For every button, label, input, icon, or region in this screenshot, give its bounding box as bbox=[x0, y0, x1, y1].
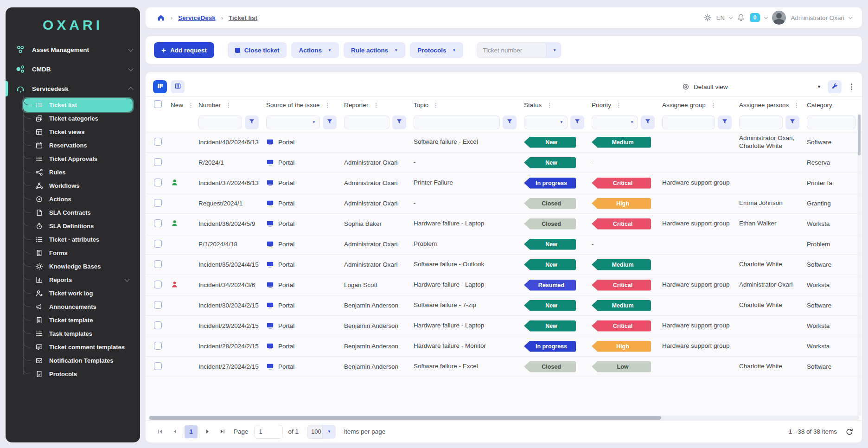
sidebar-item-ticket-comment-templates[interactable]: Ticket comment templates bbox=[23, 340, 135, 354]
column-menu-icon[interactable]: ⋮ bbox=[710, 102, 716, 109]
filter-funnel-button[interactable] bbox=[785, 115, 799, 129]
next-page-button[interactable] bbox=[201, 426, 213, 438]
ticket-number-cell[interactable]: Incident/27/2024/2/15 bbox=[195, 361, 262, 372]
filter-select-priority[interactable]: ▼ bbox=[592, 115, 638, 129]
row-checkbox[interactable] bbox=[154, 138, 162, 146]
column-header-reporter[interactable]: Reporter bbox=[344, 102, 369, 109]
chevron-up-icon[interactable] bbox=[128, 87, 133, 92]
row-checkbox[interactable] bbox=[154, 240, 162, 248]
column-menu-icon[interactable]: ⋮ bbox=[373, 102, 379, 109]
select-all-checkbox[interactable] bbox=[154, 100, 162, 108]
add-request-button[interactable]: + Add request bbox=[154, 42, 214, 58]
column-view-button[interactable] bbox=[171, 80, 185, 93]
ticket-number-cell[interactable]: Incident/34/2024/3/6 bbox=[195, 280, 262, 290]
filter-input-category[interactable] bbox=[807, 115, 855, 129]
filter-input-topic[interactable] bbox=[414, 115, 500, 129]
column-header-priority[interactable]: Priority bbox=[592, 102, 611, 109]
sidebar-item-ticket-work-log[interactable]: Ticket work log bbox=[23, 287, 135, 300]
chevron-down-icon[interactable] bbox=[128, 46, 133, 51]
page-number-input[interactable] bbox=[254, 425, 283, 439]
previous-page-button[interactable] bbox=[169, 426, 181, 438]
row-checkbox[interactable] bbox=[154, 158, 162, 166]
notifications-bell-icon[interactable] bbox=[737, 13, 745, 22]
sidebar-item-sla-definitions[interactable]: SLA Definitions bbox=[23, 219, 135, 233]
row-checkbox[interactable] bbox=[154, 179, 162, 186]
refresh-icon[interactable] bbox=[845, 428, 854, 436]
user-avatar[interactable] bbox=[772, 11, 786, 25]
chevron-down-icon[interactable] bbox=[849, 15, 852, 19]
column-header-category[interactable]: Category bbox=[807, 102, 832, 109]
sidebar-item-reservations[interactable]: Reservations bbox=[23, 139, 135, 152]
filter-select-status[interactable]: ▼ bbox=[524, 115, 568, 129]
table-row[interactable]: Incident/34/2024/3/6 Portal Logan Scott … bbox=[146, 275, 862, 295]
sidebar-item-ticket-template[interactable]: Ticket template bbox=[23, 314, 135, 327]
ticket-number-cell[interactable]: Incident/30/2024/2/15 bbox=[195, 300, 262, 311]
column-header-topic[interactable]: Topic bbox=[414, 102, 428, 109]
ticket-number-cell[interactable]: Incident/36/2024/5/9 bbox=[195, 218, 262, 229]
breadcrumb-link-servicedesk[interactable]: ServiceDesk bbox=[178, 14, 215, 21]
sidebar-item-forms[interactable]: Forms bbox=[23, 246, 135, 260]
sidebar-item-knowledge-bases[interactable]: Knowledge Bases bbox=[23, 260, 135, 273]
page-1-button[interactable]: 1 bbox=[185, 425, 198, 438]
column-header-source[interactable]: Source of the issue bbox=[266, 102, 320, 109]
column-header-assignee-persons[interactable]: Assignee persons bbox=[739, 102, 789, 109]
actions-dropdown-button[interactable]: Actions▼ bbox=[291, 42, 338, 58]
ticket-number-cell[interactable]: Incident/28/2024/2/15 bbox=[195, 341, 262, 352]
ticket-number-cell[interactable]: Incident/40/2024/6/13 bbox=[195, 137, 262, 147]
sidebar-item-task-templates[interactable]: Task templates bbox=[23, 327, 135, 340]
table-row[interactable]: Incident/35/2024/4/15 Portal Administrat… bbox=[146, 255, 862, 275]
sidebar-item-notification-templates[interactable]: Notification Templates bbox=[23, 354, 135, 367]
first-page-button[interactable] bbox=[154, 426, 166, 438]
filter-funnel-button[interactable] bbox=[392, 115, 406, 129]
filter-funnel-button[interactable] bbox=[323, 115, 337, 129]
filter-input-reporter[interactable] bbox=[344, 115, 389, 129]
grid-view-button[interactable] bbox=[153, 80, 167, 93]
row-checkbox[interactable] bbox=[154, 219, 162, 227]
table-row[interactable]: Incident/36/2024/5/9 Portal Sophia Baker… bbox=[146, 214, 862, 234]
settings-gear-icon[interactable] bbox=[703, 13, 712, 22]
breadcrumb-current[interactable]: Ticket list bbox=[229, 14, 257, 21]
row-checkbox[interactable] bbox=[154, 362, 162, 370]
table-row[interactable]: Incident/27/2024/2/15 Portal Benjamin An… bbox=[146, 357, 862, 377]
vertical-scrollbar-thumb[interactable] bbox=[858, 115, 861, 155]
filter-input-assignee-persons[interactable] bbox=[739, 115, 783, 129]
protocols-dropdown-button[interactable]: Protocols▼ bbox=[410, 42, 463, 58]
row-checkbox[interactable] bbox=[154, 260, 162, 268]
user-menu[interactable]: Administrator Oxari bbox=[791, 14, 844, 21]
ticket-number-dropdown[interactable]: ▼ bbox=[546, 42, 561, 58]
sidebar-item-sla-contracts[interactable]: SLA Contracts bbox=[23, 206, 135, 219]
table-row[interactable]: Incident/28/2024/2/15 Portal Benjamin An… bbox=[146, 336, 862, 357]
rule-actions-dropdown-button[interactable]: Rule actions▼ bbox=[344, 42, 405, 58]
sidebar-group-cmdb[interactable]: CMDB bbox=[6, 59, 140, 79]
filter-select-source[interactable]: ▼ bbox=[266, 115, 320, 129]
column-menu-icon[interactable]: ⋮ bbox=[433, 102, 439, 109]
customize-wrench-button[interactable] bbox=[828, 80, 842, 93]
filter-funnel-button[interactable] bbox=[503, 115, 517, 129]
column-menu-icon[interactable]: ⋮ bbox=[225, 102, 231, 109]
table-row[interactable]: P/1/2024/4/18 Portal Administrator Oxari… bbox=[146, 234, 862, 255]
column-header-status[interactable]: Status bbox=[524, 102, 542, 109]
horizontal-scrollbar-thumb[interactable] bbox=[149, 416, 661, 420]
table-row[interactable]: R/2024/1 Portal Administrator Oxari - Ne… bbox=[146, 153, 862, 173]
ticket-number-cell[interactable]: R/2024/1 bbox=[195, 157, 262, 168]
vertical-scrollbar[interactable] bbox=[857, 114, 861, 416]
ticket-number-cell[interactable]: P/1/2024/4/18 bbox=[195, 239, 262, 250]
filter-funnel-button[interactable] bbox=[245, 115, 259, 129]
ticket-number-input[interactable]: Ticket number bbox=[477, 42, 546, 58]
view-selector[interactable]: Default view ▼ bbox=[682, 83, 821, 90]
ticket-number-cell[interactable]: Incident/29/2024/2/15 bbox=[195, 320, 262, 331]
column-menu-icon[interactable]: ⋮ bbox=[793, 102, 799, 109]
chevron-down-icon[interactable] bbox=[124, 276, 129, 282]
items-per-page-dropdown[interactable]: ▼ bbox=[323, 425, 336, 439]
row-checkbox[interactable] bbox=[154, 301, 162, 309]
language-selector[interactable]: EN bbox=[716, 14, 725, 21]
sidebar-item-ticket-views[interactable]: Ticket views bbox=[23, 125, 135, 139]
filter-input-number[interactable] bbox=[198, 115, 242, 129]
ticket-number-cell[interactable]: Incident/37/2024/6/13 bbox=[195, 178, 262, 188]
filter-funnel-button[interactable] bbox=[718, 115, 732, 129]
row-checkbox[interactable] bbox=[154, 281, 162, 288]
items-per-page-value[interactable]: 100 bbox=[307, 425, 323, 439]
horizontal-scrollbar[interactable] bbox=[148, 416, 859, 420]
sidebar-item-actions[interactable]: Actions bbox=[23, 192, 135, 206]
table-row[interactable]: Incident/29/2024/2/15 Portal Benjamin An… bbox=[146, 316, 862, 336]
